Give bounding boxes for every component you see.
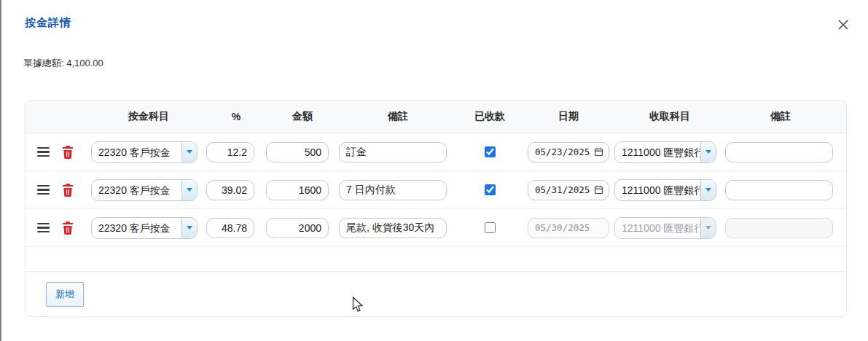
table-footer: 新增	[26, 272, 846, 316]
remark-input[interactable]	[339, 218, 447, 238]
percent-input[interactable]	[206, 218, 254, 238]
received-checkbox[interactable]	[485, 184, 496, 195]
amount-input[interactable]	[266, 142, 329, 162]
chevron-down-icon[interactable]	[700, 180, 716, 200]
received-checkbox[interactable]	[485, 222, 496, 233]
remark2-input	[725, 218, 833, 238]
collect-account-select: 1211000 匯豐銀行	[614, 217, 716, 239]
calendar-icon[interactable]	[594, 147, 603, 157]
header-amount: 金額	[266, 110, 339, 123]
header-date: 日期	[523, 110, 614, 123]
percent-input[interactable]	[206, 142, 254, 162]
chevron-down-icon[interactable]	[181, 218, 197, 238]
table-row: 22320 客戶按金 05/23/2025 1211000 匯豐銀行	[26, 133, 846, 171]
delete-row-button[interactable]	[62, 146, 74, 159]
remark-input[interactable]	[339, 180, 447, 200]
deposit-table: 按金科目 % 金額 備註 已收款 日期 收取科目 備註 22320 客戶按金 0…	[25, 100, 847, 317]
delete-row-button[interactable]	[62, 222, 74, 235]
header-remark: 備註	[339, 110, 457, 123]
chevron-down-icon[interactable]	[181, 142, 197, 162]
date-input: 05/30/2025	[528, 218, 609, 238]
drag-handle-icon[interactable]	[36, 182, 51, 198]
calendar-icon[interactable]	[594, 185, 603, 195]
remark-input[interactable]	[339, 142, 447, 162]
collect-account-select[interactable]: 1211000 匯豐銀行	[614, 141, 716, 163]
table-row: 22320 客戶按金 05/30/2025 1211000 匯豐銀行	[26, 209, 846, 247]
table-header: 按金科目 % 金額 備註 已收款 日期 收取科目 備註	[26, 101, 846, 133]
chevron-down-icon[interactable]	[181, 180, 197, 200]
header-account: 按金科目	[91, 110, 206, 123]
drag-handle-icon[interactable]	[36, 220, 51, 236]
deposit-account-select[interactable]: 22320 客戶按金	[91, 141, 198, 163]
header-received: 已收款	[457, 110, 523, 123]
empty-row-area	[26, 247, 846, 272]
chevron-down-icon	[700, 218, 716, 238]
date-input[interactable]: 05/31/2025	[528, 180, 609, 200]
remark2-input[interactable]	[725, 142, 833, 162]
deposit-account-select[interactable]: 22320 客戶按金	[91, 217, 198, 239]
deposit-account-select[interactable]: 22320 客戶按金	[91, 179, 198, 201]
header-remark2: 備註	[725, 110, 836, 123]
percent-input[interactable]	[206, 180, 254, 200]
amount-input[interactable]	[266, 218, 329, 238]
chevron-down-icon[interactable]	[700, 142, 716, 162]
amount-input[interactable]	[266, 180, 329, 200]
document-total: 單據總額: 4,100.00	[23, 57, 103, 70]
received-checkbox[interactable]	[485, 146, 496, 157]
collect-account-select[interactable]: 1211000 匯豐銀行	[614, 179, 716, 201]
add-row-button[interactable]: 新增	[46, 282, 84, 307]
close-icon[interactable]	[837, 19, 849, 31]
date-input[interactable]: 05/23/2025	[528, 142, 609, 162]
page-title: 按金詳情	[25, 16, 71, 30]
table-row: 22320 客戶按金 05/31/2025 1211000 匯豐銀行	[26, 171, 846, 209]
header-collect-account: 收取科目	[614, 110, 725, 123]
drag-handle-icon[interactable]	[36, 144, 51, 160]
header-percent: %	[206, 111, 266, 122]
remark2-input[interactable]	[725, 180, 833, 200]
delete-row-button[interactable]	[62, 184, 74, 197]
